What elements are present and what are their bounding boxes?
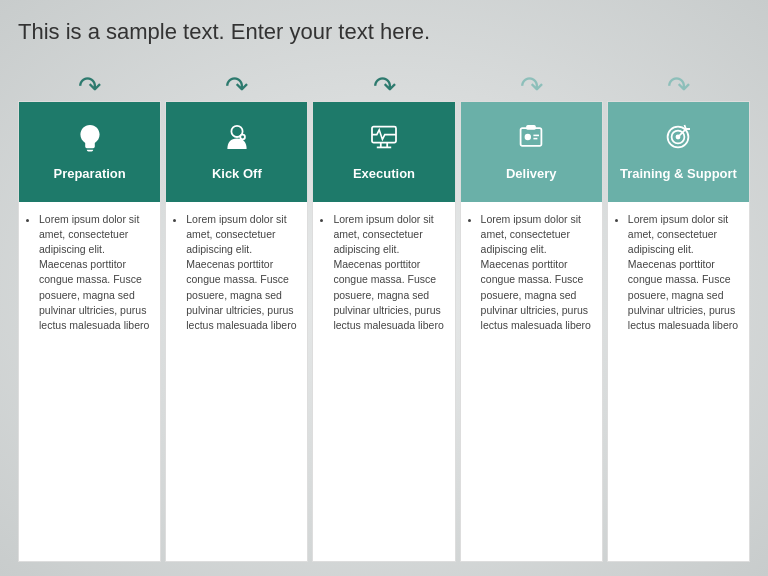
training-support-icon: [662, 121, 694, 158]
kickoff-icon: [221, 121, 253, 158]
delivery-body: Lorem ipsum dolor sit amet, consectetuer…: [461, 202, 602, 561]
execution-icon: [368, 121, 400, 158]
column-kickoff: Kick Off Lorem ipsum dolor sit amet, con…: [165, 101, 308, 562]
arrow-icon-3: ↷: [373, 73, 396, 101]
delivery-text: Lorem ipsum dolor sit amet, consectetuer…: [481, 212, 594, 334]
arrow-5: ↷: [607, 65, 750, 101]
arrow-3: ↷: [312, 65, 455, 101]
arrow-1: ↷: [18, 65, 161, 101]
column-training-support: Training & Support Lorem ipsum dolor sit…: [607, 101, 750, 562]
delivery-icon: [515, 121, 547, 158]
kickoff-text: Lorem ipsum dolor sit amet, consectetuer…: [186, 212, 299, 334]
arrow-icon-5: ↷: [667, 73, 690, 101]
col-header-kickoff: Kick Off: [166, 102, 307, 202]
columns-row: Preparation Lorem ipsum dolor sit amet, …: [18, 101, 750, 562]
arrows-row: ↷ ↷ ↷ ↷ ↷: [18, 65, 750, 101]
kickoff-body: Lorem ipsum dolor sit amet, consectetuer…: [166, 202, 307, 561]
delivery-label: Delivery: [506, 166, 557, 182]
arrow-icon-4: ↷: [520, 73, 543, 101]
arrow-2: ↷: [165, 65, 308, 101]
page-title: This is a sample text. Enter your text h…: [18, 18, 750, 47]
column-execution: Execution Lorem ipsum dolor sit amet, co…: [312, 101, 455, 562]
diagram-wrapper: ↷ ↷ ↷ ↷ ↷ Preparation Lorem ipsum do: [18, 65, 750, 562]
training-support-text: Lorem ipsum dolor sit amet, consectetuer…: [628, 212, 741, 334]
col-header-execution: Execution: [313, 102, 454, 202]
arrow-icon-1: ↷: [78, 73, 101, 101]
arrow-4: ↷: [460, 65, 603, 101]
arrow-icon-2: ↷: [225, 73, 248, 101]
column-delivery: Delivery Lorem ipsum dolor sit amet, con…: [460, 101, 603, 562]
execution-text: Lorem ipsum dolor sit amet, consectetuer…: [333, 212, 446, 334]
preparation-body: Lorem ipsum dolor sit amet, consectetuer…: [19, 202, 160, 561]
preparation-icon: [74, 121, 106, 158]
col-header-training-support: Training & Support: [608, 102, 749, 202]
preparation-label: Preparation: [53, 166, 125, 182]
execution-body: Lorem ipsum dolor sit amet, consectetuer…: [313, 202, 454, 561]
col-header-preparation: Preparation: [19, 102, 160, 202]
col-header-delivery: Delivery: [461, 102, 602, 202]
training-support-label: Training & Support: [620, 166, 737, 182]
kickoff-label: Kick Off: [212, 166, 262, 182]
preparation-text: Lorem ipsum dolor sit amet, consectetuer…: [39, 212, 152, 334]
training-support-body: Lorem ipsum dolor sit amet, consectetuer…: [608, 202, 749, 561]
column-preparation: Preparation Lorem ipsum dolor sit amet, …: [18, 101, 161, 562]
execution-label: Execution: [353, 166, 415, 182]
